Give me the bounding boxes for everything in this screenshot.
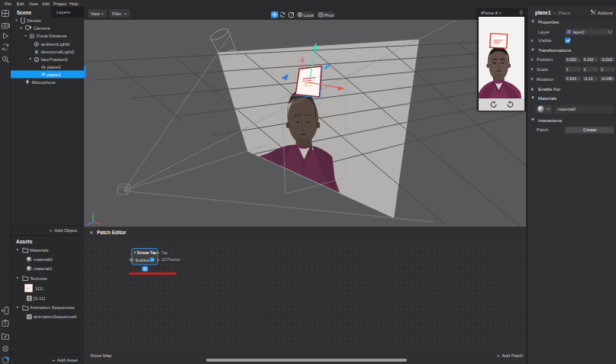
svg-text:Scale: Scale <box>537 67 549 72</box>
svg-text:Patch: Patch <box>537 127 548 132</box>
svg-text:Layer: Layer <box>538 30 550 34</box>
svg-text:— Plane: — Plane <box>553 11 571 15</box>
svg-text:1(1): 1(1) <box>35 286 44 291</box>
svg-text:Enabled: Enabled <box>136 259 150 263</box>
svg-text:1: 1 <box>566 67 569 72</box>
svg-text:Create: Create <box>583 127 596 132</box>
svg-text:0.142: 0.142 <box>584 57 594 62</box>
svg-text:-0.048: -0.048 <box>601 76 612 81</box>
svg-text:-0.019: -0.019 <box>601 57 612 62</box>
svg-text:plane0: plane0 <box>47 65 62 69</box>
svg-text:Focal Distance: Focal Distance <box>37 34 67 38</box>
svg-text:plane1: plane1 <box>47 72 62 77</box>
svg-text:Interactions: Interactions <box>538 118 562 123</box>
svg-text:Device: Device <box>27 18 42 23</box>
svg-text:Pivot: Pivot <box>324 13 334 18</box>
svg-text:faceTracker0: faceTracker0 <box>41 57 68 62</box>
svg-text:[1-11]: [1-11] <box>34 296 45 301</box>
svg-text:animationSequence0: animationSequence0 <box>34 314 77 319</box>
svg-text:Materials: Materials <box>30 248 48 253</box>
svg-text:1: 1 <box>601 67 603 72</box>
svg-text:directionalLight0: directionalLight0 <box>41 50 75 54</box>
svg-text:Screen Tap: Screen Tap <box>137 251 157 255</box>
svg-text:Enable For: Enable For <box>538 87 560 92</box>
svg-text:0.343: 0.343 <box>566 76 576 81</box>
svg-text:material0: material0 <box>34 257 53 262</box>
svg-text:Textures: Textures <box>30 276 47 281</box>
svg-text:material0: material0 <box>558 107 576 111</box>
svg-text:Animation Sequences: Animation Sequences <box>30 305 74 310</box>
svg-text:Position: Position <box>537 57 553 62</box>
svg-text:Local: Local <box>304 13 314 18</box>
svg-text:Tap: Tap <box>162 251 168 255</box>
svg-text:0.000: 0.000 <box>566 57 576 62</box>
svg-text:1: 1 <box>584 67 586 72</box>
svg-text:Properties: Properties <box>538 20 559 24</box>
svg-text:Materials: Materials <box>538 96 556 101</box>
svg-text:2D Position: 2D Position <box>162 258 181 262</box>
svg-text:Rotation: Rotation <box>537 77 553 82</box>
svg-text:Microphone: Microphone <box>32 80 56 85</box>
svg-text:Transformations: Transformations <box>538 48 571 53</box>
svg-text:Camera: Camera <box>34 26 50 31</box>
svg-text:layer0: layer0 <box>573 30 585 34</box>
svg-text:-0.13: -0.13 <box>584 76 593 81</box>
svg-text:ambientLight0: ambientLight0 <box>41 42 70 47</box>
svg-text:Actions: Actions <box>598 11 613 15</box>
svg-text:Visible: Visible <box>538 38 552 43</box>
svg-text:material1: material1 <box>34 266 53 271</box>
svg-text:plane1: plane1 <box>535 10 551 16</box>
